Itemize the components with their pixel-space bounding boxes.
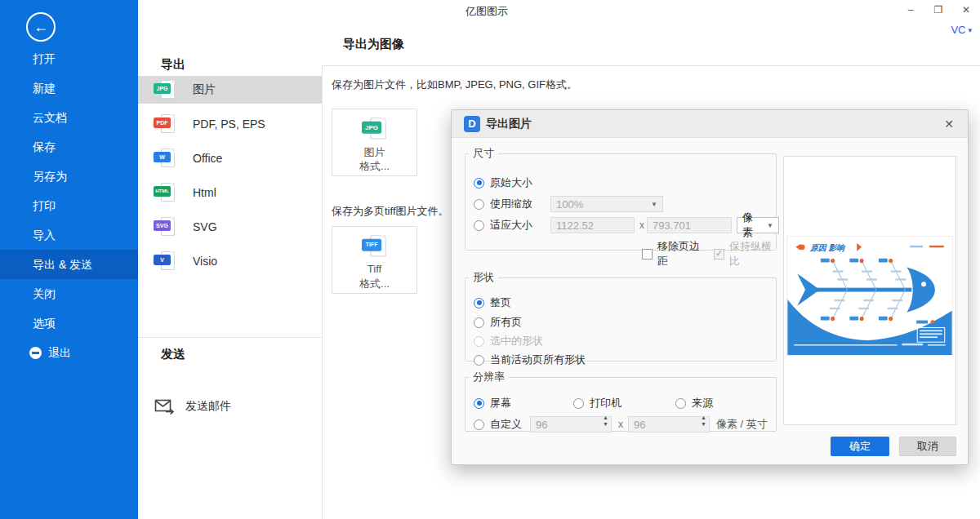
sidebar-item-save-as[interactable]: 另存为 — [0, 162, 138, 191]
back-arrow-icon: ← — [33, 20, 48, 34]
html-file-icon: HTML — [154, 182, 180, 203]
radio-all-pages[interactable] — [474, 317, 484, 328]
tiff-format-card[interactable]: TIFF Tiff 格式... — [332, 226, 417, 294]
checkbox-keep-ratio — [714, 249, 724, 260]
radio-printer-dpi[interactable] — [573, 398, 584, 409]
image-export-description: 保存为图片文件，比如BMP, JPEG, PNG, GIF格式。 — [332, 78, 577, 92]
dialog-header: D 导出图片 ✕ — [452, 110, 968, 138]
pdf-file-icon: PDF — [154, 113, 180, 135]
format-list: JPG 图片 PDF PDF, PS, EPS W Office HTML — [138, 76, 322, 282]
export-preview-panel: 原因 影响 — [783, 156, 956, 425]
dialog-close-icon[interactable]: ✕ — [942, 117, 956, 131]
dpi-x-spinner: 96 ▲▼ — [530, 416, 612, 432]
window-controls: – ❐ ✕ — [897, 0, 980, 20]
radio-screen-dpi[interactable] — [474, 398, 484, 409]
sidebar-item-print[interactable]: 打印 — [0, 191, 138, 220]
sidebar-item-open[interactable]: 打开 — [0, 44, 138, 73]
window-title: 亿图图示 — [466, 4, 508, 19]
jpg-card-icon: JPG — [362, 117, 392, 141]
chevron-down-icon: ▾ — [968, 26, 972, 34]
svg-file-icon: SVG — [154, 216, 180, 237]
email-send-icon — [154, 398, 174, 415]
sidebar-item-save[interactable]: 保存 — [0, 132, 138, 162]
radio-active-page-shapes[interactable] — [474, 355, 484, 366]
dialog-title: 导出图片 — [486, 117, 532, 131]
export-formats-panel: 导出 JPG 图片 PDF PDF, PS, EPS W Office — [138, 20, 322, 519]
radio-fit-size[interactable] — [474, 220, 484, 231]
radio-original-size[interactable] — [474, 178, 484, 189]
radio-source-dpi[interactable] — [675, 398, 686, 409]
unit-select[interactable]: 像素▼ — [737, 217, 779, 233]
sidebar-item-export-send[interactable]: 导出 & 发送 — [0, 250, 138, 279]
size-legend: 尺寸 — [469, 146, 498, 161]
image-format-card[interactable]: JPG 图片 格式... — [332, 109, 417, 176]
fit-width-input — [550, 217, 635, 233]
checkbox-remove-margin[interactable] — [642, 249, 653, 260]
word-file-icon: W — [154, 148, 180, 169]
send-email-item[interactable]: 发送邮件 — [138, 393, 322, 420]
page-title: 导出为图像 — [343, 37, 404, 52]
sidebar-item-import[interactable]: 导入 — [0, 220, 138, 250]
format-item-pdf[interactable]: PDF PDF, PS, EPS — [138, 110, 322, 138]
export-section-header: 导出 — [161, 57, 185, 73]
sidebar-nav: 打开 新建 云文档 保存 另存为 打印 导入 导出 & 发送 关闭 选项 退出 — [0, 44, 138, 367]
radio-custom-dpi[interactable] — [474, 419, 484, 430]
format-item-image[interactable]: JPG 图片 — [138, 76, 322, 104]
jpg-file-icon: JPG — [154, 79, 180, 100]
back-button[interactable]: ← — [26, 12, 56, 42]
tiff-export-description: 保存为多页tiff图片文件。 — [332, 204, 449, 219]
minimize-button[interactable]: – — [897, 0, 924, 20]
visio-file-icon: V — [154, 251, 180, 272]
edraw-logo-icon: D — [464, 116, 480, 132]
spinner-arrows-icon: ▲▼ — [603, 418, 608, 431]
app-window: 亿图图示 – ❐ ✕ VC ▾ ← 打开 新建 云文档 保存 另存为 打印 导入… — [0, 0, 980, 519]
sidebar-item-new[interactable]: 新建 — [0, 73, 138, 103]
radio-whole-page[interactable] — [474, 298, 484, 308]
preview-title-text: 原因 影响 — [809, 243, 845, 252]
sidebar-item-options[interactable]: 选项 — [0, 308, 138, 338]
spinner-arrows-icon: ▲▼ — [701, 418, 706, 431]
resolution-legend: 分辨率 — [469, 370, 509, 384]
account-name: VC — [951, 24, 965, 36]
ok-button[interactable]: 确定 — [831, 437, 889, 456]
size-group: 尺寸 原始大小 使用缩放 100%▼ 适应大小 x 像素▼ — [465, 146, 777, 251]
export-image-dialog: D 导出图片 ✕ 尺寸 原始大小 使用缩放 100%▼ 适应大小 x — [451, 109, 969, 465]
account-menu[interactable]: VC ▾ — [951, 24, 972, 36]
send-section-divider — [138, 337, 322, 338]
cancel-button[interactable]: 取消 — [899, 437, 956, 456]
sidebar: ← 打开 新建 云文档 保存 另存为 打印 导入 导出 & 发送 关闭 选项 退… — [0, 0, 138, 519]
sidebar-item-label: 退出 — [48, 338, 71, 367]
format-item-visio[interactable]: V Visio — [138, 247, 322, 275]
zoom-select: 100%▼ — [550, 196, 663, 212]
panel-divider-vertical — [322, 65, 323, 519]
sidebar-item-cloud[interactable]: 云文档 — [0, 103, 138, 132]
send-section-header: 发送 — [161, 347, 185, 362]
exit-minus-icon — [29, 347, 42, 359]
fit-height-input — [647, 217, 732, 233]
shape-group: 形状 整页 所有页 选中的形状 当前活动页所有形状 — [465, 270, 777, 362]
shape-legend: 形状 — [469, 270, 498, 285]
fishbone-diagram-thumbnail: 原因 影响 — [786, 236, 953, 356]
sidebar-item-close-doc[interactable]: 关闭 — [0, 279, 138, 308]
close-window-button[interactable]: ✕ — [952, 0, 980, 20]
radio-selected-shapes — [474, 336, 484, 347]
format-item-svg[interactable]: SVG SVG — [138, 213, 322, 241]
dpi-y-spinner: 96 ▲▼ — [628, 416, 710, 432]
radio-use-zoom[interactable] — [474, 199, 484, 210]
sidebar-item-exit[interactable]: 退出 — [0, 338, 138, 367]
tiff-card-icon: TIFF — [362, 234, 392, 259]
format-item-html[interactable]: HTML Html — [138, 179, 322, 206]
resolution-group: 分辨率 屏幕 打印机 来源 自定义 96 ▲▼ x — [465, 370, 777, 432]
restore-button[interactable]: ❐ — [924, 0, 952, 20]
format-item-office[interactable]: W Office — [138, 144, 322, 172]
